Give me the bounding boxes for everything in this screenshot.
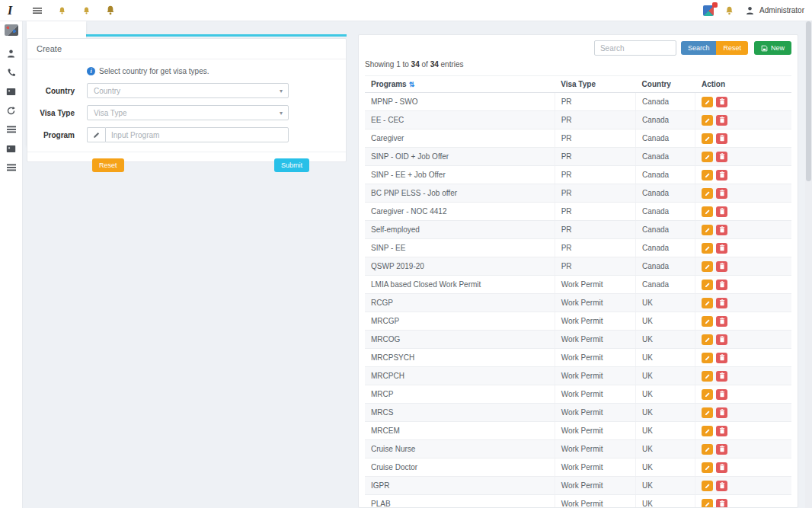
delete-button[interactable] <box>716 316 727 327</box>
search-button[interactable]: Search <box>681 41 717 55</box>
edit-button[interactable] <box>702 444 713 455</box>
edit-button[interactable] <box>702 499 713 508</box>
delete-button[interactable] <box>716 353 727 363</box>
table-reset-button[interactable]: Reset <box>716 41 748 55</box>
phone-icon[interactable] <box>3 64 20 81</box>
edit-button[interactable] <box>702 170 713 181</box>
form-reset-button[interactable]: Reset <box>92 158 124 172</box>
delete-button[interactable] <box>716 152 727 162</box>
menu-lines-icon[interactable] <box>3 121 20 138</box>
delete-button[interactable] <box>716 499 727 508</box>
image-card-icon[interactable] <box>3 140 20 157</box>
edit-button[interactable] <box>702 206 713 217</box>
delete-trash-icon <box>719 482 725 489</box>
scrollbar[interactable] <box>805 21 812 508</box>
edit-button[interactable] <box>702 298 713 308</box>
country-label: Country <box>27 87 75 95</box>
bell-icon[interactable] <box>78 2 94 19</box>
country-cell: Canada <box>636 257 695 276</box>
create-card-footer: Reset Submit <box>27 152 346 177</box>
edit-button[interactable] <box>702 243 713 254</box>
program-input[interactable] <box>105 127 289 142</box>
delete-button[interactable] <box>716 97 727 107</box>
delete-button[interactable] <box>716 133 727 144</box>
delete-button[interactable] <box>716 426 727 436</box>
column-header-country[interactable]: Country <box>636 76 695 93</box>
edit-button[interactable] <box>702 280 713 290</box>
edit-button[interactable] <box>702 133 713 144</box>
delete-button[interactable] <box>716 188 727 199</box>
edit-button[interactable] <box>702 115 713 126</box>
create-card: Create i Select country for get visa typ… <box>27 38 347 162</box>
bell-icon[interactable] <box>724 5 734 16</box>
table-row: QSWP 2019-20 PR Canada <box>365 257 791 276</box>
bell-icon[interactable] <box>102 2 119 19</box>
edit-button[interactable] <box>702 188 713 199</box>
edit-button[interactable] <box>702 261 713 272</box>
new-button[interactable]: New <box>754 41 791 55</box>
delete-button[interactable] <box>716 298 727 308</box>
logo-graphic[interactable] <box>5 24 18 36</box>
delete-button[interactable] <box>716 389 727 400</box>
edit-pencil-icon <box>705 373 711 379</box>
save-icon <box>761 45 768 52</box>
edit-button[interactable] <box>702 481 713 491</box>
country-select[interactable]: Country ▾ <box>87 83 289 98</box>
delete-button[interactable] <box>716 371 727 382</box>
sort-icon[interactable]: ⇅ <box>409 81 415 88</box>
edit-button[interactable] <box>702 353 713 363</box>
form-submit-button[interactable]: Submit <box>274 158 309 172</box>
delete-button[interactable] <box>716 170 727 181</box>
active-tab-indicator[interactable] <box>86 23 347 37</box>
search-input[interactable] <box>594 40 676 56</box>
info-row: i Select country for get visa types. <box>87 65 346 76</box>
program-cell: PLAB <box>365 495 555 508</box>
edit-button[interactable] <box>702 152 713 162</box>
bell-icon[interactable] <box>53 2 70 19</box>
edit-pencil-icon <box>705 154 711 160</box>
edit-button[interactable] <box>702 407 713 418</box>
action-cell <box>695 422 791 440</box>
user-menu[interactable]: Administrator <box>745 5 804 16</box>
delete-button[interactable] <box>716 462 727 473</box>
column-header-programs[interactable]: Programs⇅ <box>365 76 555 93</box>
visa-type-cell: PR <box>555 148 635 166</box>
delete-button[interactable] <box>716 334 727 345</box>
delete-trash-icon <box>719 190 725 196</box>
apps-badge-icon[interactable] <box>703 5 714 16</box>
brand-logo[interactable]: I <box>8 4 12 18</box>
scrollbar-thumb[interactable] <box>806 21 811 181</box>
edit-button[interactable] <box>702 462 713 473</box>
visa-type-select[interactable]: Visa Type ▾ <box>87 105 289 120</box>
delete-button[interactable] <box>716 444 727 455</box>
edit-button[interactable] <box>702 316 713 327</box>
visa-type-field-row: Visa Type Visa Type ▾ <box>27 105 346 120</box>
menu-icon[interactable] <box>29 2 46 19</box>
edit-button[interactable] <box>702 389 713 400</box>
program-cell: EE - CEC <box>365 111 555 129</box>
edit-button[interactable] <box>702 97 713 107</box>
edit-button[interactable] <box>702 225 713 235</box>
delete-button[interactable] <box>716 280 727 290</box>
program-cell: SINP - EE + Job Offer <box>365 166 555 184</box>
delete-button[interactable] <box>716 115 727 126</box>
table-row: Self-employed PR Canada <box>365 221 791 239</box>
menu-lines-icon[interactable] <box>3 159 20 176</box>
country-cell: UK <box>636 312 695 331</box>
image-card-icon[interactable] <box>3 83 20 100</box>
user-icon[interactable] <box>3 45 20 62</box>
column-header-visa-type[interactable]: Visa Type <box>555 76 635 93</box>
edit-pencil-icon <box>705 300 711 306</box>
delete-button[interactable] <box>716 261 727 272</box>
delete-button[interactable] <box>716 225 727 235</box>
delete-button[interactable] <box>716 481 727 491</box>
edit-button[interactable] <box>702 334 713 345</box>
delete-button[interactable] <box>716 407 727 418</box>
delete-button[interactable] <box>716 206 727 217</box>
delete-button[interactable] <box>716 243 727 254</box>
refresh-icon[interactable] <box>3 102 20 119</box>
visa-type-cell: PR <box>555 239 635 257</box>
edit-button[interactable] <box>702 426 713 436</box>
edit-pencil-icon <box>705 501 711 507</box>
edit-button[interactable] <box>702 371 713 382</box>
